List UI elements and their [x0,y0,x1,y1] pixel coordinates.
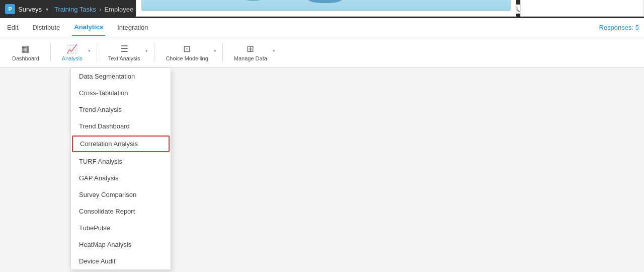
toolbar: ▦ Dashboard 📈 Analysis ☰ Text Analysis ⊡… [0,37,644,67]
nav-integration[interactable]: Integration [115,20,150,35]
toolbar-choice-modelling[interactable]: ⊡ Choice Modelling [158,41,218,63]
toolbar-manage-data[interactable]: ⊞ Manage Data [227,41,277,63]
dropdown-gap-analysis[interactable]: GAP Analysis [71,170,171,186]
bottom-section: Response Distribution Countries Response… [136,0,644,17]
dropdown-data-segmentation[interactable]: Data Segmentation [71,68,171,85]
dropdown-trend-analysis[interactable]: Trend Analysis [71,101,171,118]
distribution-chart: Response Distribution [136,0,516,17]
secondary-nav: Edit Distribute Analytics Integration Re… [0,18,644,37]
dropdown-trend-dashboard[interactable]: Trend Dashboard [71,118,171,134]
toolbar-dashboard-label: Dashboard [12,55,39,61]
logo-icon: P [5,4,15,14]
dropdown-heatmap-analysis[interactable]: HeatMap Analysis [71,236,171,253]
analysis-icon: 📈 [66,43,77,54]
logo-text: Surveys [18,6,42,13]
chart-area [141,0,511,11]
nav-distribute[interactable]: Distribute [30,20,62,35]
toolbar-divider-1 [50,42,51,62]
nav-analytics[interactable]: Analytics [72,19,105,36]
toolbar-analysis[interactable]: 📈 Analysis [55,41,93,63]
dropdown-turf-analysis[interactable]: TURF Analysis [71,153,171,170]
toolbar-manage-data-label: Manage Data [234,55,267,61]
main-content-area: Link https://www.questionpro.com/t/P f t… [136,0,644,17]
dropdown-tubepulse[interactable]: TubePulse [71,220,171,236]
dropdown-consolidate-report[interactable]: Consolidate Report [71,203,171,220]
responses-count: Responses: 5 [599,24,639,31]
breadcrumb-separator: › [99,6,101,13]
dropdown-device-audit[interactable]: Device Audit [71,253,171,269]
world-map [141,0,511,11]
toolbar-text-analysis[interactable]: ☰ Text Analysis [101,41,150,63]
logo-area[interactable]: P Surveys ▾ [5,4,48,14]
toolbar-analysis-label: Analysis [62,55,83,61]
country-table: Countries Responses IN 100.00% Total 100… [520,0,645,17]
toolbar-choice-modelling-label: Choice Modelling [166,55,208,61]
dropdown-correlation-analysis[interactable]: Correlation Analysis [72,135,170,152]
choice-modelling-icon: ⊡ [183,43,191,54]
toolbar-divider-2 [97,42,97,62]
toolbar-divider-3 [154,42,154,62]
nav-edit[interactable]: Edit [5,20,20,35]
manage-data-icon: ⊞ [247,43,254,54]
dropdown-survey-comparison[interactable]: Survey Comparison [71,186,171,203]
toolbar-dashboard[interactable]: ▦ Dashboard [5,41,46,63]
toolbar-text-analysis-label: Text Analysis [108,55,140,61]
analysis-dropdown: Data Segmentation Cross-Tabulation Trend… [70,67,171,270]
logo-caret-icon: ▾ [46,7,48,12]
text-analysis-icon: ☰ [120,43,128,54]
dashboard-icon: ▦ [21,43,30,54]
toolbar-divider-4 [222,42,223,62]
dropdown-cross-tabulation[interactable]: Cross-Tabulation [71,85,171,101]
breadcrumb-parent[interactable]: Training Tasks [54,6,96,13]
